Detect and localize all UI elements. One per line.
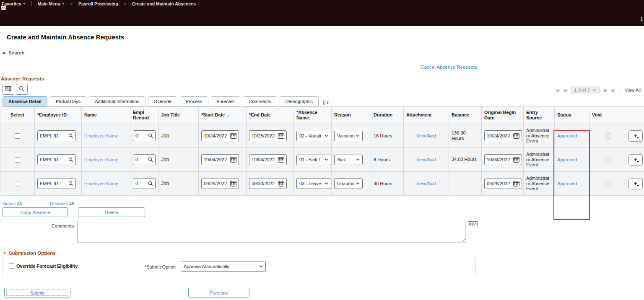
lookup-icon[interactable] [68,181,73,186]
reason-select[interactable]: Vacation [334,131,363,141]
status-link[interactable]: Approved [557,157,577,162]
tab-comments[interactable]: Comments [243,96,277,106]
original-begin-date-input[interactable] [487,181,511,186]
cancel-absence-requests-link[interactable]: Cancel Absence Requests [421,65,477,70]
empl-record-field[interactable] [133,154,156,165]
edit-icon[interactable]: a [468,221,473,226]
next-page-icon[interactable]: ▶ [604,88,607,93]
start-date-field[interactable] [201,178,239,189]
end-date-input[interactable] [252,133,276,138]
original-begin-date-field[interactable] [484,154,522,165]
zoom-grid-button[interactable] [16,84,28,95]
original-begin-date-field[interactable] [484,178,522,189]
view-add-attachment-link[interactable]: View/Add [416,157,436,162]
start-date-field[interactable] [201,154,239,165]
empl-record-input[interactable] [135,157,145,162]
reason-select[interactable]: Sick [334,155,363,165]
comments-textarea[interactable] [78,221,465,243]
absence-name-select[interactable]: 01 - Sick L [296,155,331,165]
original-begin-date-input[interactable] [487,133,511,138]
tab-override[interactable]: Override [148,96,177,106]
reason-select[interactable]: Unautho [334,178,363,189]
select-all-link[interactable]: Select All [3,201,22,206]
view-add-attachment-link[interactable]: View/Add [416,133,436,138]
employee-id-field[interactable] [37,154,76,165]
row-select-checkbox[interactable] [15,181,20,186]
breadcrumb-payroll-processing[interactable]: Payroll Processing [78,1,118,6]
empl-record-field[interactable] [133,130,156,141]
override-forecast-option[interactable]: Override Forecast Eligibility [9,263,78,269]
col-header-start-date[interactable]: *Start Date▲ [199,107,247,124]
status-link[interactable]: Approved [557,133,577,138]
show-following-tabs-icon[interactable]: ||▶ [323,100,329,106]
calendar-icon[interactable] [513,133,519,139]
last-page-icon[interactable]: ▶| [611,88,615,93]
end-date-input[interactable] [252,157,276,162]
calendar-icon[interactable] [278,181,284,186]
submission-options-collapsible[interactable]: ▼ Submission Options [3,251,56,256]
calendar-icon[interactable] [513,181,519,186]
lookup-icon[interactable] [68,157,73,162]
row-select-checkbox[interactable] [15,157,20,163]
empl-record-input[interactable] [135,133,145,138]
end-date-field[interactable] [249,178,287,189]
calendar-icon[interactable] [278,157,284,163]
end-date-input[interactable] [252,181,276,186]
tab-forecast[interactable]: Forecast [211,96,241,106]
row-select-checkbox[interactable] [15,133,20,139]
absence-name-select[interactable]: 02 - Vacati [296,131,331,141]
original-begin-date-field[interactable] [484,130,522,141]
submit-button[interactable]: Submit [4,288,70,297]
deselect-all-link[interactable]: Deselect All [50,201,74,206]
empl-record-input[interactable] [135,181,145,186]
tab-additional-information[interactable]: Additional Information [89,96,145,106]
calendar-icon[interactable] [230,181,236,186]
start-date-input[interactable] [204,181,228,186]
view-add-attachment-link[interactable]: View/Add [416,181,436,186]
employee-name-link[interactable]: Employee Name [84,181,118,186]
employee-id-input[interactable] [40,157,66,162]
start-date-input[interactable] [204,133,228,138]
start-date-input[interactable] [204,157,228,162]
employee-id-input[interactable] [40,133,66,138]
spell-check-icon[interactable]: ✓ [473,221,478,226]
forecast-button[interactable]: Forecast [188,288,249,297]
lookup-icon[interactable] [148,181,153,186]
add-row-button[interactable]: + [628,154,643,166]
breadcrumb-create-maintain-absences[interactable]: Create and Maintain Absences [132,1,196,6]
calendar-icon[interactable] [278,133,284,139]
employee-name-link[interactable]: Employee Name [84,133,118,138]
employee-id-field[interactable] [37,178,76,189]
submit-option-select[interactable]: Approve Automatically [181,261,266,272]
employee-name-link[interactable]: Employee Name [84,157,118,162]
personalize-grid-button[interactable] [3,84,14,95]
end-date-field[interactable] [249,130,287,141]
tab-demographic[interactable]: Demographic [280,96,319,106]
view-all-link[interactable]: View All [625,88,641,93]
add-row-button[interactable]: + [628,130,643,142]
original-begin-date-input[interactable] [487,157,511,162]
lookup-icon[interactable] [68,133,73,138]
main-menu[interactable]: Main Menu ▼ [38,1,65,6]
first-page-icon[interactable]: |◀ [555,88,558,93]
empl-record-field[interactable] [133,178,156,189]
end-date-field[interactable] [249,154,287,165]
delete-button[interactable]: Delete [78,207,145,217]
tab-process[interactable]: Process [180,96,208,106]
employee-id-input[interactable] [40,181,66,186]
page-range-select[interactable]: 1-3 of 3 [571,86,599,94]
calendar-icon[interactable] [513,157,519,163]
tab-absence-detail[interactable]: Absence Detail [3,96,47,106]
absence-name-select[interactable]: 03 - Leave [296,178,331,189]
tab-partial-days[interactable]: Partial Days [50,96,86,106]
lookup-icon[interactable] [148,133,153,138]
add-row-button[interactable]: + [628,178,643,189]
lookup-icon[interactable] [148,157,153,162]
status-link[interactable]: Approved [557,181,577,186]
copy-absence-button[interactable]: Copy Absence [3,207,68,217]
calendar-icon[interactable] [230,133,236,139]
calendar-icon[interactable] [230,157,236,163]
override-forecast-checkbox[interactable] [9,263,14,269]
previous-page-icon[interactable]: ◀ [564,88,566,93]
start-date-field[interactable] [201,130,239,141]
